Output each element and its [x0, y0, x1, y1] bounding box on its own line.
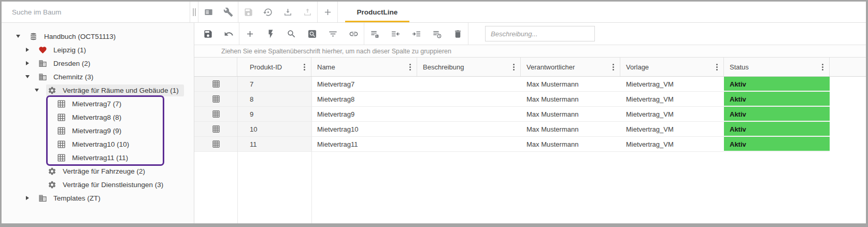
- add-button[interactable]: [318, 2, 337, 22]
- cell-name: Mietvertrag11: [311, 137, 417, 151]
- delete-button[interactable]: [447, 23, 468, 45]
- column-header-label: Name: [311, 63, 335, 71]
- cell-beschreibung: [417, 122, 521, 136]
- restore-button[interactable]: [258, 2, 278, 22]
- group-by-hint-text: Ziehen Sie eine Spaltenüberschrift hierh…: [221, 48, 451, 55]
- tree-node-content: Verträge für Dienstleistungen (3): [46, 179, 168, 191]
- tree-search-box: [2, 2, 190, 22]
- column-menu-icon[interactable]: [611, 62, 615, 72]
- tree-item-label: Handbuch (OCT51113): [44, 33, 116, 40]
- search-detail-button[interactable]: [302, 23, 322, 45]
- undo-button[interactable]: [218, 23, 239, 45]
- column-header-label: Status: [724, 63, 749, 71]
- tree-item[interactable]: Leipzig (1): [2, 43, 194, 56]
- save-button[interactable]: [197, 23, 218, 45]
- search-detail-icon: [307, 29, 317, 39]
- tree-item[interactable]: Templates (ZT): [2, 191, 194, 205]
- tree-item[interactable]: Mietvertrag7 (7): [2, 97, 194, 110]
- cell-verantwortlicher: Max Mustermann: [521, 107, 620, 121]
- cell-beschreibung: [417, 107, 521, 121]
- expand-arrow-icon[interactable]: [23, 48, 32, 52]
- tree-item[interactable]: Chemnitz (3): [2, 70, 194, 83]
- add-button[interactable]: [239, 23, 260, 45]
- column-header-name[interactable]: Name: [311, 58, 417, 76]
- column-menu-icon[interactable]: [821, 62, 824, 72]
- link-button[interactable]: [343, 23, 364, 45]
- tree-search-input[interactable]: [2, 8, 190, 16]
- group-by-bar[interactable]: Ziehen Sie eine Spaltenüberschrift hierh…: [194, 45, 866, 58]
- tree-item[interactable]: Dresden (2): [2, 56, 194, 70]
- cell-icon: [194, 77, 237, 91]
- table-row[interactable]: 8Mietvertrag8Max MustermannMietvertrag_V…: [194, 92, 830, 107]
- link-icon: [349, 29, 359, 39]
- tree-item-label: Chemnitz (3): [53, 73, 93, 81]
- cell-icon: [194, 137, 237, 151]
- grid-icon: [57, 153, 66, 162]
- tree-node-content: Mietvertrag7 (7): [55, 98, 126, 110]
- save-icon: [244, 7, 253, 17]
- gear-icon: [48, 167, 56, 176]
- column-menu-icon[interactable]: [303, 62, 306, 72]
- cell-produkt-id: 9: [237, 107, 311, 121]
- bolt-button[interactable]: [260, 23, 281, 45]
- table-row[interactable]: 11Mietvertrag11Max MustermannMietvertrag…: [194, 137, 830, 152]
- tree-item[interactable]: Verträge für Fahrzeuge (2): [2, 164, 194, 178]
- history-list-button[interactable]: [426, 23, 447, 45]
- table-row[interactable]: 10Mietvertrag10Max MustermannMietvertrag…: [194, 122, 830, 137]
- description-input[interactable]: [485, 26, 595, 41]
- collapse-arrow-icon[interactable]: [23, 75, 32, 78]
- tree-item[interactable]: Mietvertrag10 (10): [2, 137, 194, 151]
- table-row[interactable]: 9Mietvertrag9Max MustermannMietvertrag_V…: [194, 107, 830, 122]
- download-button[interactable]: [278, 2, 297, 22]
- column-menu-icon[interactable]: [512, 62, 516, 72]
- tree-node-content: Templates (ZT): [37, 192, 106, 204]
- database-icon: [29, 32, 38, 41]
- column-header-produkt-id[interactable]: Produkt-ID: [237, 58, 311, 76]
- tree-node-content: Leipzig (1): [37, 44, 91, 56]
- status-badge: Aktiv: [724, 107, 830, 121]
- cell-verantwortlicher: Max Mustermann: [521, 137, 620, 151]
- cell-name: Mietvertrag8: [311, 92, 417, 106]
- tree-item-label: Templates (ZT): [53, 194, 101, 202]
- cell-icon: [194, 122, 237, 136]
- delete-icon: [453, 29, 463, 39]
- tree-node-content: Verträge für Räume und Gebäude (1): [46, 84, 184, 96]
- filter-button[interactable]: [322, 23, 343, 45]
- search-button[interactable]: [281, 23, 302, 45]
- collapse-arrow-icon[interactable]: [33, 89, 41, 92]
- column-header-icon: [194, 58, 237, 76]
- sidebar-resize-handle[interactable]: [190, 2, 198, 22]
- tree-item[interactable]: Mietvertrag11 (11): [2, 151, 194, 164]
- tree-item-label: Verträge für Fahrzeuge (2): [63, 167, 145, 175]
- column-header-beschreibung[interactable]: Beschreibung: [417, 58, 521, 76]
- collapse-left-button[interactable]: [385, 23, 406, 45]
- column-header-vorlage[interactable]: Vorlage: [620, 58, 724, 76]
- status-badge: Aktiv: [724, 77, 830, 91]
- tree-item[interactable]: Mietvertrag9 (9): [2, 124, 194, 137]
- add-icon: [323, 7, 333, 17]
- tree-item[interactable]: Handbuch (OCT51113): [2, 30, 194, 43]
- wrench-button[interactable]: [218, 2, 238, 22]
- expand-arrow-icon[interactable]: [23, 61, 32, 65]
- tree-item[interactable]: Verträge für Räume und Gebäude (1): [2, 83, 194, 97]
- tree-item[interactable]: Verträge für Dienstleistungen (3): [2, 178, 194, 191]
- cell-vorlage: Mietvertrag_VM: [620, 122, 724, 136]
- tree-item-label: Mietvertrag11 (11): [72, 154, 128, 162]
- expand-arrow-icon[interactable]: [23, 196, 32, 200]
- content-area: Handbuch (OCT51113)Leipzig (1)Dresden (2…: [2, 23, 866, 223]
- indent-right-button[interactable]: [406, 23, 426, 45]
- tree-item[interactable]: Mietvertrag8 (8): [2, 110, 194, 124]
- cell-vorlage: Mietvertrag_VM: [620, 77, 724, 91]
- table-row[interactable]: 7Mietvertrag7Max MustermannMietvertrag_V…: [194, 77, 830, 92]
- cell-produkt-id: 8: [237, 92, 311, 106]
- form-panel-button[interactable]: [198, 2, 218, 22]
- column-header-status[interactable]: Status: [724, 58, 830, 76]
- tab-productline[interactable]: ProductLine: [345, 2, 409, 22]
- column-header-verantwortlicher[interactable]: Verantwortlicher: [521, 58, 620, 76]
- tree-node-content: Mietvertrag11 (11): [55, 152, 133, 164]
- column-menu-icon[interactable]: [715, 62, 719, 72]
- status-badge: Aktiv: [724, 137, 830, 151]
- add-icon: [245, 29, 255, 39]
- column-menu-icon[interactable]: [408, 62, 412, 72]
- collapse-arrow-icon[interactable]: [14, 35, 22, 38]
